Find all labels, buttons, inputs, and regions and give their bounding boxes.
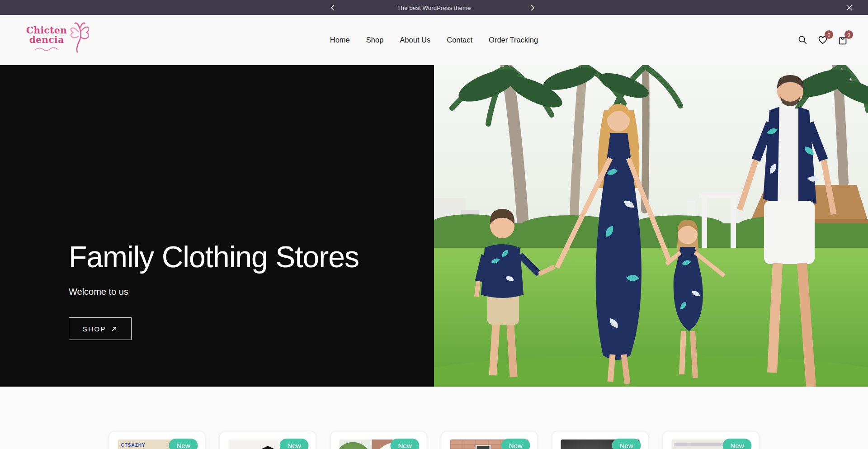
search-button[interactable] — [797, 34, 808, 46]
product-row: CTSAZHY New New New — [109, 431, 760, 449]
close-icon — [846, 4, 853, 11]
page: The best WordPress theme Chicten dencia — [0, 0, 868, 449]
new-badge: New — [722, 439, 751, 449]
promo-next-button[interactable] — [530, 4, 535, 11]
hero-photo — [434, 65, 868, 387]
promo-topbar: The best WordPress theme — [0, 0, 868, 15]
butterfly-icon — [65, 20, 89, 53]
logo-line2: dencia — [26, 35, 67, 45]
product-card[interactable]: New — [330, 431, 427, 449]
hero-subtitle: Welcome to us — [69, 287, 128, 297]
logo-flourish — [33, 47, 60, 52]
shop-button-label: SHOP — [83, 325, 107, 333]
product-card[interactable]: New — [663, 431, 760, 449]
nav-item-order-tracking[interactable]: Order Tracking — [489, 36, 538, 44]
hero-section: Family Clothing Stores Welcome to us SHO… — [0, 65, 868, 387]
promo-prev-button[interactable] — [330, 4, 335, 11]
nav-item-contact[interactable]: Contact — [447, 36, 472, 44]
promo-close-button[interactable] — [846, 4, 853, 11]
new-badge: New — [279, 439, 308, 449]
promo-message: The best WordPress theme — [397, 4, 471, 11]
product-card[interactable]: CTSAZHY New — [109, 431, 206, 449]
tree-shape — [340, 442, 375, 449]
wishlist-count-badge: 0 — [825, 30, 833, 39]
shop-button[interactable]: SHOP — [69, 317, 132, 340]
product-card[interactable]: New — [552, 431, 649, 449]
header-icons: 0 0 — [797, 15, 848, 65]
hero-title: Family Clothing Stores — [69, 241, 359, 273]
product-card[interactable]: New — [441, 431, 538, 449]
logo-line1: Chicten — [26, 26, 67, 35]
product-card[interactable]: New — [220, 431, 316, 449]
nav-item-shop[interactable]: Shop — [366, 36, 384, 44]
chevron-right-icon — [530, 4, 535, 11]
hero-text-panel: Family Clothing Stores Welcome to us SHO… — [0, 65, 434, 387]
search-icon — [797, 35, 808, 45]
hero-photo-illustration — [434, 65, 868, 387]
cart-button[interactable]: 0 — [837, 34, 848, 46]
product-image-brand-text: CTSAZHY — [121, 443, 146, 448]
new-badge: New — [169, 439, 198, 449]
new-badge: New — [390, 439, 419, 449]
chevron-left-icon — [330, 4, 335, 11]
site-header: Chicten dencia Home Shop About Us — [0, 15, 868, 65]
arrow-up-right-icon — [111, 326, 118, 332]
nav-item-about-us[interactable]: About Us — [400, 36, 430, 44]
window-shape — [476, 445, 491, 449]
logo-text: Chicten dencia — [26, 26, 67, 54]
nav-item-home[interactable]: Home — [330, 36, 350, 44]
products-section: CTSAZHY New New New — [0, 387, 868, 449]
new-badge: New — [612, 439, 641, 449]
main-nav: Home Shop About Us Contact Order Trackin… — [330, 15, 538, 65]
cart-count-badge: 0 — [844, 30, 853, 39]
site-logo[interactable]: Chicten dencia — [26, 20, 89, 54]
wishlist-button[interactable]: 0 — [817, 34, 828, 46]
new-badge: New — [501, 439, 530, 449]
